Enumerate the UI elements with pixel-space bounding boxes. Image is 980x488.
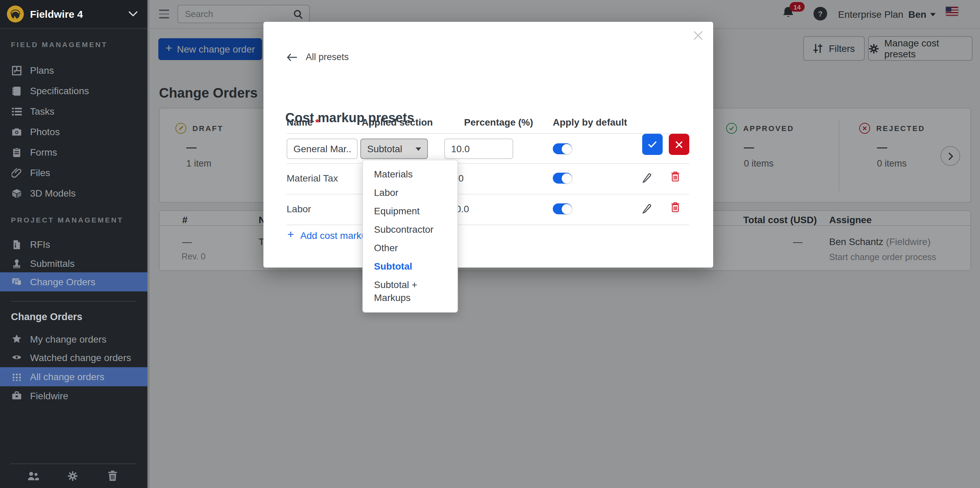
- row-divider: [286, 224, 689, 225]
- column-applied-section: Applied section: [362, 117, 433, 128]
- confirm-button[interactable]: [642, 134, 663, 155]
- grid-dots-icon: [11, 372, 22, 382]
- cancel-button[interactable]: [669, 134, 689, 155]
- dropdown-option-subtotal-markups[interactable]: Subtotal + Markups: [363, 276, 457, 307]
- preset-name-input[interactable]: [286, 138, 358, 159]
- project-management-section-label: PROJECT MANAGEMENT: [11, 216, 124, 224]
- sidebar-item-label: Specifications: [30, 85, 89, 96]
- photos-icon: [11, 127, 22, 137]
- sidebar-item-label: Files: [30, 167, 50, 178]
- eye-icon: [11, 352, 22, 362]
- edit-pencil-icon[interactable]: [641, 202, 652, 214]
- sidebar-item-photos[interactable]: Photos: [0, 121, 147, 142]
- sidebar-item-change-orders[interactable]: Change Orders: [0, 272, 147, 291]
- select-caret-icon: [415, 147, 421, 151]
- close-icon[interactable]: [693, 30, 703, 44]
- preset-name: Material Tax: [286, 173, 338, 184]
- sidebar-item-specifications[interactable]: Specifications: [0, 81, 147, 101]
- apply-by-default-toggle[interactable]: [553, 203, 572, 214]
- sidebar-item-files[interactable]: Files: [0, 162, 147, 183]
- sidebar-item-label: Fieldwire: [30, 390, 68, 401]
- sidebar-item-label: Watched change orders: [30, 352, 131, 363]
- sidebar-item-label: Forms: [30, 147, 57, 158]
- sidebar-item-label: My change orders: [30, 334, 107, 344]
- required-asterisk: *: [315, 117, 319, 128]
- files-paperclip-icon: [11, 168, 22, 178]
- plus-icon: +: [287, 228, 294, 242]
- delete-trash-icon[interactable]: [671, 171, 680, 181]
- back-label: All presets: [306, 52, 349, 62]
- sidebar-item-tasks[interactable]: Tasks: [0, 101, 147, 121]
- toolbox-icon: [11, 390, 22, 401]
- trash-icon[interactable]: [108, 470, 118, 484]
- sidebar-item-label: Change Orders: [30, 277, 95, 287]
- field-management-section-label: FIELD MANAGEMENT: [11, 40, 108, 48]
- dropdown-option-other[interactable]: Other: [363, 239, 457, 257]
- add-cost-markup-link[interactable]: + Add cost markup: [287, 229, 372, 242]
- sidebar-divider: [11, 301, 137, 302]
- workspace-name: Fieldwire 4: [30, 8, 128, 20]
- sidebar-item-label: All change orders: [30, 371, 104, 382]
- star-icon: [11, 334, 22, 344]
- arrow-left-icon: [286, 53, 298, 61]
- sidebar-item-all-change-orders[interactable]: All change orders: [0, 367, 147, 386]
- dropdown-option-subtotal[interactable]: Subtotal: [363, 257, 457, 276]
- edit-pencil-icon[interactable]: [641, 171, 652, 183]
- gear-icon[interactable]: [68, 471, 78, 484]
- percentage-input[interactable]: [444, 138, 513, 159]
- sidebar-item-label: Photos: [30, 126, 60, 137]
- dropdown-option-equipment[interactable]: Equipment: [363, 202, 457, 221]
- check-icon: [648, 141, 657, 148]
- cost-markup-presets-modal: All presets Cost markup presets Name * A…: [263, 22, 713, 267]
- document-icon: [11, 239, 22, 250]
- sidebar-item-plans[interactable]: Plans: [0, 60, 147, 81]
- apply-by-default-toggle[interactable]: [553, 143, 572, 154]
- sidebar-item-label: Tasks: [30, 106, 55, 117]
- subnav-header: Change Orders: [11, 311, 83, 322]
- specifications-icon: [11, 86, 22, 96]
- cube-icon: [11, 188, 22, 198]
- preset-name: Labor: [286, 203, 311, 214]
- applied-section-value: Subtotal: [367, 143, 402, 154]
- add-cost-markup-label: Add cost markup: [300, 230, 372, 241]
- delete-trash-icon[interactable]: [671, 202, 680, 212]
- sidebar-item-forms[interactable]: Forms: [0, 142, 147, 162]
- stamp-icon: [11, 258, 22, 269]
- app-root: Fieldwire 4 FIELD MANAGEMENT Plans Speci…: [0, 0, 980, 488]
- sidebar-item-watched-change-orders[interactable]: Watched change orders: [0, 348, 147, 367]
- applied-section-select[interactable]: Subtotal: [360, 138, 428, 159]
- sidebar-item-label: Plans: [30, 65, 54, 76]
- plans-icon: [11, 65, 22, 75]
- row-divider: [286, 163, 689, 164]
- sidebar: Fieldwire 4 FIELD MANAGEMENT Plans Speci…: [0, 0, 147, 488]
- column-name: Name *: [286, 117, 319, 128]
- dropdown-option-subcontractor[interactable]: Subcontractor: [363, 221, 457, 239]
- fieldwire-logo-icon: [7, 5, 24, 22]
- applied-section-dropdown: Materials Labor Equipment Subcontractor …: [363, 160, 458, 313]
- sidebar-item-fieldwire[interactable]: Fieldwire: [0, 386, 147, 405]
- row-divider: [286, 194, 689, 194]
- dropdown-option-labor[interactable]: Labor: [363, 184, 457, 202]
- sidebar-item-submittals[interactable]: Submittals: [0, 254, 147, 273]
- sidebar-item-3d-models[interactable]: 3D Models: [0, 183, 147, 203]
- column-apply-by-default: Apply by default: [553, 117, 627, 128]
- sidebar-item-label: Submittals: [30, 258, 75, 269]
- chevron-down-icon: [128, 11, 138, 17]
- back-to-all-presets-link[interactable]: All presets: [286, 52, 349, 62]
- row-divider: [286, 133, 689, 134]
- change-orders-icon: [11, 277, 22, 287]
- sidebar-item-rfis[interactable]: RFIs: [0, 235, 147, 254]
- dropdown-option-materials[interactable]: Materials: [363, 165, 457, 184]
- people-icon[interactable]: [27, 471, 39, 484]
- sidebar-item-my-change-orders[interactable]: My change orders: [0, 330, 147, 348]
- workspace-switcher[interactable]: Fieldwire 4: [0, 0, 147, 29]
- sidebar-item-label: RFIs: [30, 239, 50, 250]
- column-percentage: Percentage (%): [464, 117, 533, 128]
- sidebar-item-label: 3D Models: [30, 188, 76, 199]
- forms-icon: [11, 147, 22, 157]
- tasks-icon: [11, 106, 22, 116]
- sidebar-footer-divider: [11, 463, 137, 464]
- x-icon: [675, 140, 683, 148]
- apply-by-default-toggle[interactable]: [553, 173, 572, 184]
